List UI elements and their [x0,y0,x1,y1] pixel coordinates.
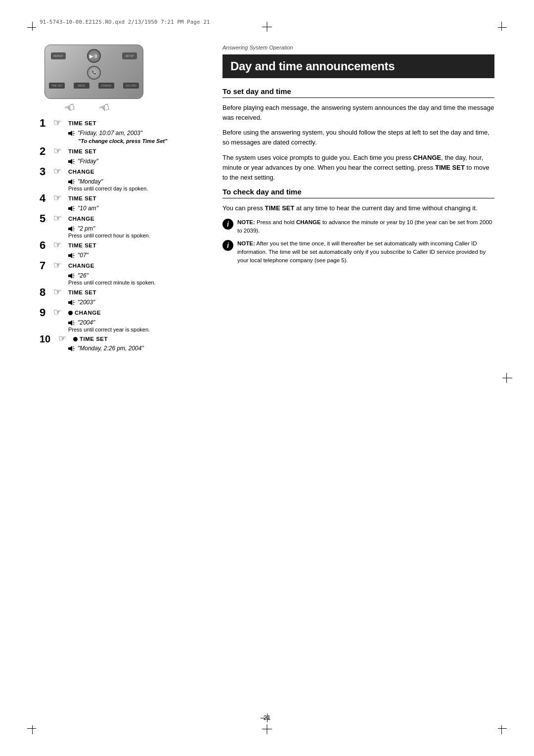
crop-mark [267,724,267,734]
step-spoken: "Friday" [68,157,208,165]
svg-marker-12 [68,206,72,211]
device-top-buttons: REPEAT ▶⏸ SETUP [45,45,143,65]
svg-marker-36 [68,346,72,351]
step-spoken: "2003" [68,298,208,306]
svg-line-37 [73,346,74,347]
step-spoken: "Friday, 10:07 am, 2003" [68,129,208,137]
step-finger-icon: ☞ [53,214,67,224]
step-3: 3☞CHANGE"Monday"Press until correct day … [40,166,208,191]
step-spoken: "Monday, 2:26 pm, 2004" [68,344,208,352]
step-finger-icon: ☞ [53,167,67,177]
step-label: CHANGE [68,216,94,222]
step-number: 6 [40,240,52,251]
crop-mark [27,728,36,729]
menu-button-device: MENU [74,83,89,89]
step-8: 8☞TIME SET"2003" [40,287,208,306]
svg-line-39 [73,350,74,351]
bottom-crosshair [265,713,269,718]
repeat-button: REPEAT [51,52,66,59]
crop-mark [262,729,272,729]
step-finger-icon: ☞ [53,287,67,297]
step-spoken-text: "Friday" [78,158,98,165]
step-spoken-text: "2003" [78,299,95,306]
step-spoken: "2004" [68,319,208,326]
note-text-1: NOTE: Press and hold CHANGE to advance t… [237,218,494,235]
step-press-text: Press until correct minute is spoken. [68,280,208,285]
step-label: TIME SET [68,242,96,248]
svg-line-15 [73,210,74,211]
note-block-2: i NOTE: After you set the time once, it … [222,239,494,264]
step-7: 7☞CHANGE"26"Press until correct minute i… [40,260,208,285]
note-text-2: NOTE: After you set the time once, it wi… [237,239,494,264]
body-text-check: You can press TIME SET at any time to he… [222,203,494,213]
svg-line-9 [73,180,74,181]
step-spoken-text: "2 pm" [78,225,95,232]
right-column: Answering System Operation Day and time … [222,45,494,353]
step-1: 1☞TIME SET"Friday, 10:07 am, 2003""To ch… [40,118,208,144]
step-press-text: Press until correct year is spoken. [68,327,208,332]
speaker-icon [68,204,76,212]
page: 91-5743-10-00.E2125.RO.qxd 2/13/1950 7:2… [0,0,534,756]
finger-icon-left: ☞ [62,99,77,116]
step-number: 5 [40,213,52,224]
speaker-icon [68,344,76,352]
crop-mark [27,27,36,28]
svg-line-23 [73,257,74,258]
speaker-icon [68,225,76,232]
note-block-1: i NOTE: Press and hold CHANGE to advance… [222,218,494,235]
step-number: 3 [40,166,52,177]
step-finger-icon: ☞ [53,146,67,156]
step-finger-icon: ☞ [53,261,67,271]
svg-line-13 [73,206,74,207]
body-text-1: Before playing each message, the answeri… [222,103,494,123]
main-content: REPEAT ▶⏸ SETUP 📞 TIME SET MENU CHANGE R… [40,45,494,353]
step-press-text: Press until correct day is spoken. [68,186,208,191]
svg-line-27 [73,277,74,278]
handset-locator-button: 📞 [87,66,101,80]
svg-line-5 [73,159,74,160]
page-title: Day and time announcements [222,54,494,78]
info-icon-2: i [222,240,233,251]
finger-pointers: ☞ ☞ [59,99,148,115]
step-label: CHANGE [68,169,94,175]
svg-line-3 [73,135,74,136]
svg-line-25 [73,274,74,275]
step-finger-icon: ☞ [53,118,67,128]
step-finger-icon: ☞ [53,240,67,250]
step-label: TIME SET [68,195,96,201]
svg-line-21 [73,253,74,254]
step-number: 7 [40,260,52,271]
step-finger-icon: ☞ [58,334,72,344]
finger-icon-right: ☞ [97,99,112,116]
step-dot [68,311,73,315]
step-6: 6☞TIME SET"07" [40,240,208,259]
speaker-icon [68,319,76,326]
device-bottom-buttons: TIME SET MENU CHANGE RECORD [45,81,143,92]
svg-marker-20 [68,253,72,258]
left-column: REPEAT ▶⏸ SETUP 📞 TIME SET MENU CHANGE R… [40,45,208,353]
step-9: 9☞CHANGE"2004"Press until correct year i… [40,307,208,332]
step-label: TIME SET [68,120,96,126]
step-finger-icon: ☞ [53,193,67,203]
svg-line-33 [73,321,74,322]
svg-marker-0 [68,131,72,136]
step-number: 2 [40,146,52,157]
step-number: 1 [40,118,52,129]
svg-marker-24 [68,273,72,279]
step-spoken-text: "07" [78,252,89,259]
svg-marker-8 [68,179,72,185]
body-text-2: Before using the answering system, you s… [222,128,494,147]
crop-mark [501,725,502,734]
device-middle: 📞 [45,65,143,81]
step-2: 2☞TIME SET"Friday" [40,146,208,165]
record-button-device: RECORD [123,83,139,89]
step-number: 4 [40,193,52,204]
svg-marker-32 [68,320,72,326]
crop-mark [502,378,512,378]
step-spoken: "26" [68,272,208,279]
body-text-3: The system uses voice prompts to guide y… [222,153,494,183]
crop-mark [498,728,507,729]
step-number: 9 [40,307,52,318]
change-button-device: CHANGE [98,83,114,89]
play-button: ▶⏸ [87,49,101,63]
